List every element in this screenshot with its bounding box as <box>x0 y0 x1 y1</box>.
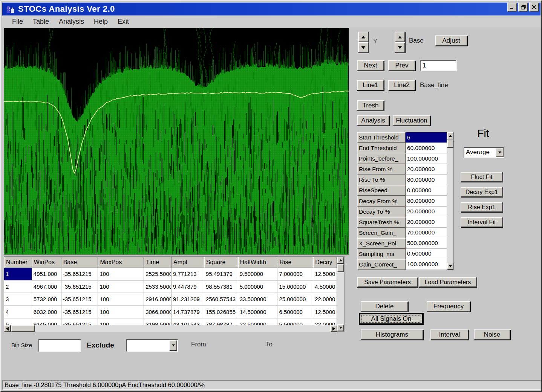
param-label[interactable]: Rise To % <box>357 175 406 185</box>
line2-button[interactable]: Line2 <box>388 80 415 90</box>
param-value[interactable]: 100.000000 <box>406 153 447 164</box>
title-bar[interactable]: STOCs Analysis Ver 2.0 <box>2 3 540 15</box>
index-input[interactable]: 1 <box>420 60 457 71</box>
scroll-right-button[interactable] <box>330 325 337 332</box>
cell[interactable]: 43.101543 <box>171 318 204 325</box>
cell[interactable]: -35.651215 <box>61 293 98 306</box>
table-row[interactable]: 2 4967.000 -35.651215 100 2533.50000 9.4… <box>4 281 337 294</box>
cell[interactable]: 3198.50000 <box>144 318 171 325</box>
column-header[interactable]: Time <box>144 257 171 268</box>
load-parameters-button[interactable]: Load Parameters <box>419 277 477 287</box>
rise-exp1-button[interactable]: Rise Exp1 <box>461 202 503 212</box>
cell[interactable]: 7.000000 <box>277 268 313 281</box>
line1-button[interactable]: Line1 <box>357 80 384 90</box>
cell[interactable]: 3 <box>4 293 32 306</box>
cell[interactable]: 2 <box>4 281 32 294</box>
cell[interactable]: 4967.000 <box>32 281 61 294</box>
cell[interactable]: -35.651215 <box>61 281 98 294</box>
column-header[interactable]: MaxPos <box>98 257 144 268</box>
cell[interactable]: 4.50000 <box>313 281 337 294</box>
param-label[interactable]: X_Screen_Poi <box>357 238 406 249</box>
cell[interactable]: 33.500000 <box>238 293 278 306</box>
scroll-thumb[interactable] <box>337 264 344 272</box>
param-label[interactable]: End Threshold <box>357 143 406 153</box>
scroll-thumb[interactable] <box>11 325 35 332</box>
base-spin-down-button[interactable] <box>395 42 405 53</box>
param-label[interactable]: Rise From % <box>357 164 406 175</box>
param-label[interactable]: Points_before_ <box>357 153 406 164</box>
cell-selected[interactable]: 1 <box>4 268 32 281</box>
scroll-thumb[interactable] <box>447 139 453 148</box>
scroll-down-button[interactable] <box>447 263 453 270</box>
fluct-fit-button[interactable]: Fluct Fit <box>461 172 503 182</box>
cell[interactable]: 9.500000 <box>238 268 278 281</box>
adjust-button[interactable]: Adjust <box>435 35 467 46</box>
cell[interactable]: 2533.50000 <box>144 281 171 294</box>
table-row[interactable]: 3 5732.000 -35.651215 100 2916.00000 91.… <box>4 293 337 306</box>
cell[interactable]: 14.500000 <box>238 306 278 319</box>
table-row[interactable]: 1 4951.000 -35.651215 100 2525.50000 9.7… <box>4 268 337 281</box>
fit-method-dropdown[interactable]: Average <box>464 147 504 158</box>
scroll-down-button[interactable] <box>337 324 344 331</box>
cell[interactable]: 12.5000 <box>313 268 337 281</box>
histograms-button[interactable]: Histograms <box>361 329 423 340</box>
param-label[interactable]: Screen_Gain_ <box>357 228 406 238</box>
cell[interactable]: 2525.50000 <box>144 268 171 281</box>
table-row[interactable]: 4 6032.000 -35.651215 100 3066.00000 14.… <box>4 306 337 319</box>
interval-fit-button[interactable]: Interval Fit <box>461 217 503 227</box>
menu-help[interactable]: Help <box>94 18 108 26</box>
param-value[interactable]: 20.000000 <box>406 207 447 217</box>
minimize-button[interactable] <box>507 3 517 12</box>
cell[interactable]: 91.231209 <box>171 293 204 306</box>
param-label[interactable]: RiseSpeed <box>357 185 406 196</box>
cell[interactable]: 9.447879 <box>171 281 204 294</box>
prev-button[interactable]: Prev <box>388 60 415 71</box>
table-vertical-scrollbar[interactable] <box>337 257 344 331</box>
base-spin-up-button[interactable] <box>395 32 405 42</box>
param-value[interactable]: 0.500000 <box>406 249 447 259</box>
cell[interactable]: -35.651215 <box>61 318 98 325</box>
param-value[interactable]: 60.000000 <box>406 143 447 153</box>
param-label[interactable]: Decay From % <box>357 196 406 206</box>
cell[interactable]: 14.737879 <box>171 306 204 319</box>
menu-table[interactable]: Table <box>33 18 49 26</box>
delete-button[interactable]: Delete <box>361 301 408 312</box>
close-button[interactable] <box>529 3 539 12</box>
cell[interactable]: 100 <box>98 306 144 319</box>
cell[interactable]: 5732.000 <box>32 293 61 306</box>
cell[interactable]: 100 <box>98 293 144 306</box>
param-value[interactable]: 70.000000 <box>406 228 447 238</box>
cell[interactable]: 6032.000 <box>32 306 61 319</box>
column-header[interactable]: HalfWidth <box>238 257 278 268</box>
cell[interactable]: 5.500000 <box>277 318 313 325</box>
cell[interactable]: 95.491379 <box>204 268 238 281</box>
menu-analysis[interactable]: Analysis <box>59 18 84 26</box>
cell[interactable]: 787.98787 <box>204 318 238 325</box>
parameters-scrollbar[interactable] <box>447 132 453 270</box>
column-header[interactable]: Square <box>204 257 238 268</box>
fluctuation-button[interactable]: Fluctuation <box>393 115 430 126</box>
param-value-selected[interactable]: 6 <box>406 132 447 143</box>
param-value[interactable]: 100.000000 <box>406 259 447 270</box>
dropdown-button[interactable] <box>169 340 177 351</box>
cell[interactable]: 2916.00000 <box>144 293 171 306</box>
cell[interactable]: 100 <box>98 318 144 325</box>
cell[interactable]: -35.651215 <box>61 306 98 319</box>
cell[interactable]: 9145.000 <box>32 318 61 325</box>
param-label[interactable]: SquareTresh % <box>357 217 406 228</box>
cell[interactable]: -35.651215 <box>61 268 98 281</box>
frequency-button[interactable]: Frequency <box>427 301 470 312</box>
cell[interactable]: 15.000000 <box>277 281 313 294</box>
param-label[interactable]: Sampling_ms <box>357 249 406 259</box>
restore-button[interactable] <box>518 3 528 12</box>
signal-plot[interactable] <box>4 28 349 255</box>
all-signals-on-button[interactable]: All Signals On <box>360 314 423 324</box>
menu-exit[interactable]: Exit <box>118 18 129 26</box>
cell[interactable]: 6.500000 <box>277 306 313 319</box>
param-label[interactable]: Gain_Correct_ <box>357 259 406 270</box>
scroll-left-button[interactable] <box>4 325 11 332</box>
y-spin-down-button[interactable] <box>358 42 369 53</box>
param-value[interactable]: 80.000000 <box>406 196 447 206</box>
y-spin-up-button[interactable] <box>358 32 369 42</box>
param-value[interactable]: 500.000000 <box>406 238 447 249</box>
